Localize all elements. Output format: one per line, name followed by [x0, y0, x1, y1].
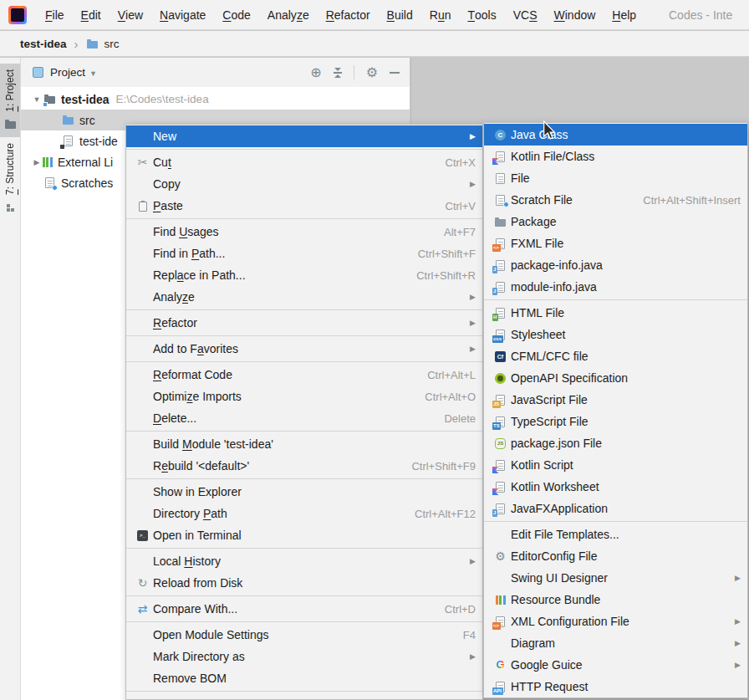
- menu-item-delete[interactable]: Delete...Delete: [126, 407, 482, 429]
- menu-item-javascript-file[interactable]: JSJavaScript File: [484, 389, 747, 411]
- title-menu-bar: FileEditViewNavigateCodeAnalyzeRefactorB…: [0, 0, 749, 30]
- menubar-edit[interactable]: Edit: [73, 0, 110, 30]
- menu-item-google-guice[interactable]: GGoogle Guice▶: [484, 654, 747, 676]
- menu-item-analyze[interactable]: Analyze▶: [126, 286, 482, 308]
- icon-gutter: >_: [132, 530, 153, 541]
- menu-item-kotlin-script[interactable]: Kotlin Script: [484, 454, 747, 476]
- menubar-window[interactable]: Window: [546, 0, 604, 30]
- menu-item-scratch-file[interactable]: Scratch FileCtrl+Alt+Shift+Insert: [484, 189, 747, 211]
- menu-item-cfml-cfc-file[interactable]: CfCFML/CFC file: [484, 345, 747, 367]
- tool-window-button-1-project[interactable]: 1: Project: [0, 64, 20, 137]
- icon-gutter: JS: [490, 438, 511, 449]
- menu-item-mark-directory-as[interactable]: Mark Directory as▶: [126, 646, 482, 667]
- menu-item-label: Scratch File: [511, 193, 573, 207]
- menubar-vcs[interactable]: VCS: [505, 0, 546, 30]
- menu-item-package-info-java[interactable]: Jpackage-info.java: [484, 254, 747, 276]
- menu-item-paste[interactable]: PasteCtrl+V: [126, 195, 482, 217]
- menu-item-directory-path[interactable]: Directory PathCtrl+Alt+F12: [126, 503, 482, 524]
- tsfile-icon: TS: [494, 415, 507, 428]
- menu-item-stylesheet[interactable]: cssStylesheet: [484, 324, 747, 345]
- breadcrumb-item-src[interactable]: src: [104, 38, 120, 50]
- menu-item-show-in-explorer[interactable]: Show in Explorer: [126, 481, 482, 503]
- menu-item-remove-bom[interactable]: Remove BOM: [126, 667, 482, 689]
- window-title: Codes - Inte: [669, 0, 732, 30]
- gear-icon[interactable]: ⚙: [366, 66, 378, 79]
- menu-item-java-class[interactable]: CJava Class: [484, 124, 747, 146]
- openapi-icon: [495, 373, 506, 384]
- menu-item-label: Compare With...: [153, 602, 237, 616]
- menubar-refactor[interactable]: Refactor: [318, 0, 379, 30]
- menu-item-http-request[interactable]: APIHTTP Request: [484, 676, 747, 697]
- menu-item-label: Optimize Imports: [153, 390, 242, 403]
- menu-item-find-in-path[interactable]: Find in Path...Ctrl+Shift+F: [126, 243, 482, 264]
- menu-item-cut[interactable]: ✂CutCtrl+X: [126, 151, 482, 173]
- menu-item-rebuild-default[interactable]: Rebuild '<default>'Ctrl+Shift+F9: [126, 455, 482, 477]
- menu-item-optimize-imports[interactable]: Optimize ImportsCtrl+Alt+O: [126, 386, 482, 407]
- menubar-analyze[interactable]: Analyze: [259, 0, 318, 30]
- menubar-code[interactable]: Code: [214, 0, 258, 30]
- menu-item-reformat-code[interactable]: Reformat CodeCtrl+Alt+L: [126, 364, 482, 386]
- collapsed-arrow-icon[interactable]: ▶: [31, 158, 43, 166]
- tree-item-label: test-idea: [61, 93, 110, 106]
- menu-item-local-history[interactable]: Local History▶: [126, 550, 482, 572]
- collapse-all-icon[interactable]: [334, 68, 342, 78]
- tool-window-label: 1: Project: [4, 69, 16, 112]
- chevron-down-icon[interactable]: ▼: [89, 69, 97, 78]
- menu-item-create-gist[interactable]: Create Gist...: [126, 693, 482, 700]
- menu-item-module-info-java[interactable]: Jmodule-info.java: [484, 276, 747, 298]
- menu-item-package-json-file[interactable]: JSpackage.json File: [484, 432, 747, 454]
- menu-item-label: FXML File: [511, 237, 563, 250]
- menu-item-compare-with[interactable]: ⇄Compare With...Ctrl+D: [126, 598, 482, 620]
- tool-window-button-7-structure[interactable]: 7: Structure: [0, 137, 20, 220]
- menu-item-file[interactable]: File: [484, 167, 747, 189]
- menu-item-swing-ui-designer[interactable]: Swing UI Designer▶: [484, 567, 747, 589]
- menubar-build[interactable]: Build: [379, 0, 421, 30]
- menubar-view[interactable]: View: [110, 0, 151, 30]
- menu-item-reload-from-disk[interactable]: ↻Reload from Disk: [126, 572, 482, 594]
- menubar-file[interactable]: File: [37, 0, 73, 30]
- menu-item-html-file[interactable]: HHTML File: [484, 302, 747, 324]
- kotlin-icon: [494, 480, 507, 493]
- menu-item-find-usages[interactable]: Find UsagesAlt+F7: [126, 221, 482, 243]
- menu-item-refactor[interactable]: Refactor▶: [126, 312, 482, 334]
- menubar-help[interactable]: Help: [604, 0, 645, 30]
- tree-item-label: Scratches: [61, 176, 113, 190]
- menu-item-edit-file-templates[interactable]: Edit File Templates...: [484, 524, 747, 545]
- menu-item-copy[interactable]: Copy▶: [126, 173, 482, 195]
- menu-item-add-to-favorites[interactable]: Add to Favorites▶: [126, 338, 482, 360]
- menu-item-label: Diagram: [511, 636, 555, 650]
- expanded-arrow-icon[interactable]: ▼: [31, 95, 43, 104]
- menu-item-package[interactable]: Package: [484, 211, 747, 232]
- menu-item-kotlin-worksheet[interactable]: Kotlin Worksheet: [484, 476, 747, 498]
- menubar-tools[interactable]: Tools: [459, 0, 504, 30]
- context-menu: New▶✂CutCtrl+XCopy▶PasteCtrl+VFind Usage…: [125, 124, 483, 700]
- menu-item-shortcut: Ctrl+Alt+Shift+Insert: [628, 194, 741, 207]
- menu-item-diagram[interactable]: Diagram▶: [484, 632, 747, 654]
- menubar-navigate[interactable]: Navigate: [151, 0, 214, 30]
- menu-item-build-module-test-idea[interactable]: Build Module 'test-idea': [126, 433, 482, 455]
- menu-item-xml-configuration-file[interactable]: <>XML Configuration File▶: [484, 611, 747, 632]
- menu-item-typescript-file[interactable]: TSTypeScript File: [484, 411, 747, 432]
- menu-item-open-module-settings[interactable]: Open Module SettingsF4: [126, 624, 482, 646]
- hide-panel-icon[interactable]: [390, 72, 400, 74]
- menu-item-editorconfig-file[interactable]: ⚙EditorConfig File: [484, 545, 747, 567]
- tree-item-test-idea[interactable]: ▼test-ideaE:\Codes\test-idea: [21, 89, 410, 110]
- menu-item-shortcut: Delete: [429, 412, 476, 425]
- locate-icon[interactable]: ⊕: [310, 66, 321, 79]
- menubar-run[interactable]: Run: [421, 0, 460, 30]
- menu-item-replace-in-path[interactable]: Replace in Path...Ctrl+Shift+R: [126, 264, 482, 286]
- menu-item-label: Stylesheet: [511, 328, 565, 341]
- menu-item-resource-bundle[interactable]: Resource Bundle: [484, 589, 747, 611]
- menu-item-kotlin-file-class[interactable]: Kotlin File/Class: [484, 146, 747, 167]
- panel-title[interactable]: Project: [50, 66, 85, 79]
- project-panel-header: Project ▼ ⊕ ⚙: [21, 58, 410, 87]
- menu-item-javafxapplication[interactable]: JJavaFXApplication: [484, 498, 747, 519]
- menu-item-fxml-file[interactable]: <>FXML File: [484, 232, 747, 254]
- icon-gutter: G: [490, 658, 511, 672]
- breadcrumb-project[interactable]: test-idea: [20, 38, 67, 50]
- menu-item-label: File: [511, 171, 530, 185]
- google-icon: G: [494, 658, 507, 672]
- menu-item-open-in-terminal[interactable]: >_Open in Terminal: [126, 524, 482, 546]
- menu-item-openapi-specification[interactable]: OpenAPI Specification: [484, 367, 747, 389]
- menu-item-new[interactable]: New▶: [126, 125, 482, 147]
